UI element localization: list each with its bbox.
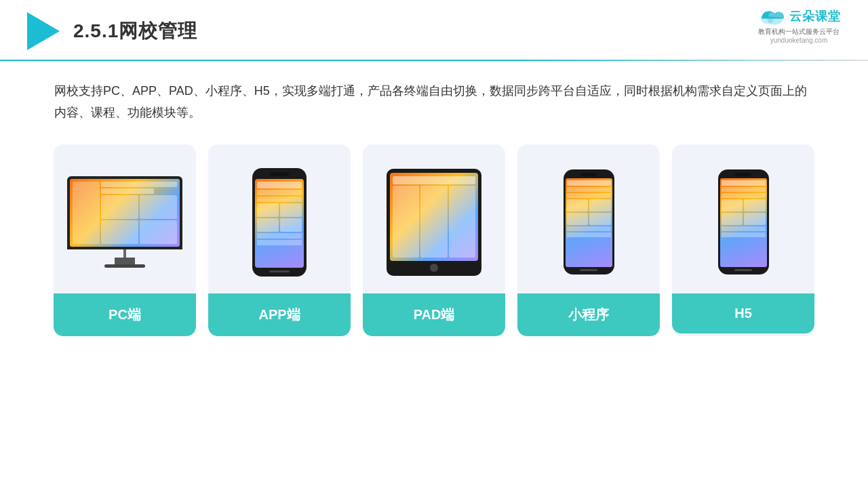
card-pc-label: PC端 (54, 293, 196, 336)
phone-header-bar-app (257, 182, 302, 188)
phone-grid-item-3 (257, 218, 279, 232)
card-app: APP端 (208, 144, 351, 336)
mini-rows-h5 (722, 187, 766, 265)
mini-grid-item-mp-1 (567, 199, 589, 211)
card-pad-label: PAD端 (363, 293, 505, 336)
phone-row-2 (257, 197, 302, 202)
pc-stand (115, 258, 135, 264)
phone-mockup-app (252, 168, 307, 277)
mini-rows-mp (567, 187, 611, 265)
card-h5-image (672, 144, 814, 293)
mini-phone-screen-h5 (720, 178, 767, 267)
pc-screen-inner (70, 179, 180, 247)
mini-home-bar-h5 (734, 269, 752, 271)
mini-phone-screen-inner-h5 (720, 178, 767, 267)
pc-neck (123, 249, 126, 258)
mini-row-h5-2 (722, 193, 766, 198)
phone-screen-overlay-app (255, 179, 304, 268)
card-mini-program: 小程序 (517, 144, 660, 336)
mini-grid-item-mp-2 (589, 199, 611, 211)
tablet-home-btn (430, 264, 438, 272)
pc-base (104, 264, 145, 268)
phone-grid-app (257, 203, 302, 232)
card-mini-program-label: 小程序 (517, 293, 660, 336)
pc-screen-content (70, 179, 180, 247)
mini-phone-notch-h5 (735, 173, 751, 176)
card-pad: PAD端 (363, 144, 505, 336)
tablet-mockup (387, 169, 481, 276)
mini-row-mp-2 (567, 193, 611, 198)
pc-card-mini-3 (101, 220, 138, 244)
card-pad-image (363, 144, 505, 293)
brand-logo-inner: 云朵课堂 (757, 7, 841, 26)
mini-grid-h5 (722, 199, 766, 225)
phone-home-bar-app (269, 270, 290, 272)
mini-grid-item-h5-2 (744, 199, 766, 211)
phone-row-1 (257, 190, 302, 195)
card-h5: H5 (672, 144, 814, 336)
phone-grid-item-1 (257, 203, 279, 217)
tablet-overlay (390, 173, 478, 261)
mini-phone-mockup-mp (564, 169, 614, 274)
mini-grid-item-mp-3 (567, 213, 589, 225)
brand-name: 云朵课堂 (789, 8, 841, 24)
tablet-col-3 (449, 186, 475, 258)
card-pc: PC端 (54, 144, 196, 336)
mini-phone-mockup-h5 (718, 169, 769, 274)
card-h5-label: H5 (672, 293, 814, 333)
mini-row-h5-1 (722, 187, 766, 192)
header: 2.5.1网校管理 云朵课堂 教育机构一站式服务云平台 yunduoketang… (0, 0, 868, 50)
pc-screen-outer (67, 176, 182, 249)
tablet-screen (390, 173, 478, 261)
phone-grid-item-4 (280, 218, 302, 232)
pc-bar-1 (101, 182, 177, 187)
logo-triangle (27, 12, 60, 50)
card-app-label: APP端 (208, 293, 351, 336)
pc-mockup (64, 176, 186, 268)
mini-row-mp-4 (567, 232, 611, 237)
tablet-col-1 (393, 186, 419, 258)
mini-phone-screen-mp (566, 178, 612, 267)
mini-home-bar-mp (580, 269, 597, 271)
pc-card-mini-1 (101, 195, 138, 219)
mini-phone-notch-mp (580, 173, 597, 176)
tablet-content (393, 186, 475, 258)
brand-url: yunduoketang.com (770, 37, 828, 44)
card-pc-image (54, 144, 196, 293)
mini-bar-h5-1 (722, 180, 766, 186)
pc-bar-2 (101, 188, 154, 194)
phone-screen-app (255, 179, 304, 268)
mini-phone-screen-inner-mp (566, 178, 612, 267)
phone-content-rows-app (257, 190, 302, 265)
mini-grid-mp (567, 199, 611, 225)
mini-grid-item-h5-4 (744, 213, 766, 225)
phone-notch-app (270, 172, 289, 176)
brand-logo: 云朵课堂 教育机构一站式服务云平台 yunduoketang.com (757, 7, 841, 44)
mini-bar-mp-1 (567, 180, 611, 186)
brand-tagline: 教育机构一站式服务云平台 (758, 27, 840, 37)
mini-row-h5-4 (722, 232, 766, 237)
mini-row-mp-1 (567, 187, 611, 192)
tablet-col-2 (420, 186, 447, 258)
page-title: 2.5.1网校管理 (73, 18, 197, 44)
mini-grid-item-mp-4 (589, 213, 611, 225)
cloud-icon (757, 7, 785, 26)
phone-row-3 (257, 233, 302, 239)
mini-row-h5-3 (722, 226, 766, 231)
description-text: 网校支持PC、APP、PAD、小程序、H5，实现多端打通，产品各终端自由切换，数… (0, 61, 868, 124)
description-content: 网校支持PC、APP、PAD、小程序、H5，实现多端打通，产品各终端自由切换，数… (54, 84, 807, 119)
card-mini-program-image (517, 144, 660, 293)
cards-section: PC端 (0, 124, 868, 336)
phone-grid-item-2 (280, 203, 302, 217)
pc-card-mini-2 (140, 195, 177, 219)
pc-sidebar-mock (73, 182, 100, 244)
mini-grid-item-h5-3 (722, 213, 743, 225)
card-app-image (208, 144, 351, 293)
pc-card-mini-4 (140, 220, 177, 244)
mini-row-mp-3 (567, 226, 611, 231)
tablet-top-bar (393, 176, 475, 184)
pc-main-mock (101, 182, 177, 244)
pc-cards-mock (101, 195, 177, 244)
phone-row-4 (257, 240, 302, 245)
mini-grid-item-h5-1 (722, 199, 743, 211)
